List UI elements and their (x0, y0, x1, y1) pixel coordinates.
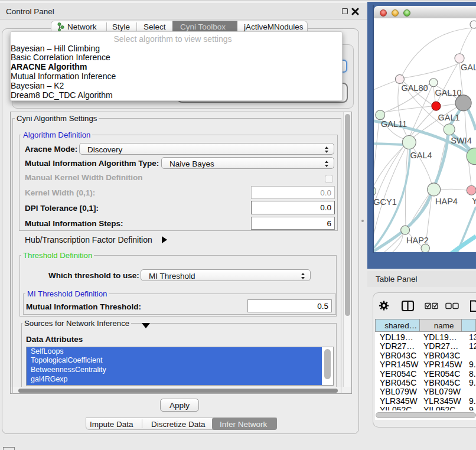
svg-text:GCY1: GCY1 (374, 197, 397, 207)
svg-text:GAL7: GAL7 (461, 63, 476, 72)
svg-text:HAP4: HAP4 (435, 197, 458, 206)
svg-text:GAL10: GAL10 (435, 88, 461, 97)
svg-text:GAL1: GAL1 (438, 113, 459, 122)
svg-text:GAL80: GAL80 (401, 83, 428, 93)
svg-text:Y: Y (472, 196, 476, 206)
svg-text:HAP2: HAP2 (406, 236, 429, 245)
svg-text:SWI4: SWI4 (451, 136, 471, 145)
svg-text:GAL11: GAL11 (381, 119, 407, 129)
svg-text:GAL4: GAL4 (410, 151, 432, 160)
